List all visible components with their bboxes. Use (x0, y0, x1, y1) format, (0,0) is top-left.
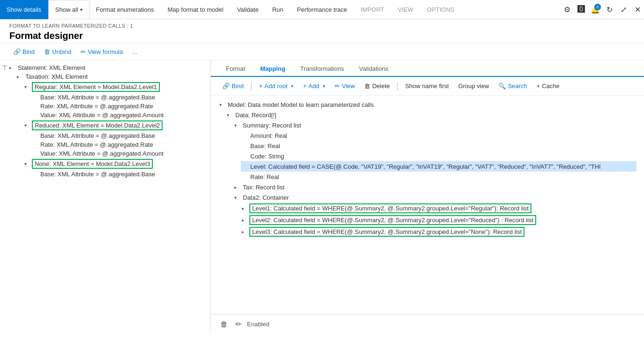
trash-icon: 🗑 (44, 48, 50, 55)
tree-label-n6: Value: XML Attribute = @.aggregated.Amou… (39, 112, 164, 119)
data-expand-d13: ▸ (242, 229, 249, 234)
tree-node-n2[interactable]: ▸Taxation: XML Element (17, 72, 209, 81)
data-node-d6[interactable]: Code: String (241, 151, 637, 161)
link-icon: 🔗 (13, 48, 21, 55)
refresh-icon[interactable]: ↻ (603, 3, 616, 16)
tabs-row: Format Mapping Transformations Validatio… (211, 60, 644, 77)
data-node-d9[interactable]: ▸Tax: Record list (233, 182, 637, 192)
tree-node-n1[interactable]: ▸Statement: XML Element (9, 63, 209, 72)
group-view-button[interactable]: Group view (455, 81, 493, 91)
tree-node-n6[interactable]: Value: XML Attribute = @.aggregated.Amou… (32, 111, 209, 120)
data-label-d13: Level3: Calculated field = WHERE(@.Summa… (249, 227, 524, 237)
status-label: Enabled (247, 321, 270, 328)
bottom-trash-icon[interactable]: 🗑 (218, 319, 230, 330)
view-tab[interactable]: VIEW (391, 0, 420, 19)
tree-node-n9[interactable]: Rate: XML Attribute = @.aggregated.Rate (32, 140, 209, 149)
page-header: FORMAT TO LEARN PARAMETERIZED CALLS : 1 … (0, 19, 644, 44)
performance-trace-tab[interactable]: Performance trace (291, 0, 354, 19)
data-node-d3[interactable]: ▾Summary: Record list (233, 120, 637, 130)
tree-label-n11: None: XML Element = Model.Data2.Level3 (32, 159, 153, 169)
cache-button[interactable]: + Cache (533, 81, 563, 91)
add-button[interactable]: + Add ▾ (299, 81, 329, 91)
tree-node-n11[interactable]: ▾None: XML Element = Model.Data2.Level3 (24, 158, 209, 170)
page-title: Format designer (9, 30, 635, 41)
data-label-d10: Data2: Container (242, 194, 289, 201)
data-node-d11[interactable]: ▸Level1: Calculated field = WHERE(@.Summ… (241, 202, 637, 214)
data-node-d5[interactable]: Base: Real (241, 141, 637, 151)
show-all-chevron: ▾ (80, 7, 82, 12)
bottom-pencil-icon[interactable]: ✏ (233, 319, 243, 330)
tab-format[interactable]: Format (218, 61, 253, 77)
view-formula-button[interactable]: ✏ View formula (77, 46, 127, 57)
data-label-d1: Model: Data model Model to learn paramet… (227, 101, 374, 108)
more-button[interactable]: ... (128, 46, 141, 57)
breadcrumb: FORMAT TO LEARN PARAMETERIZED CALLS : 1 (9, 23, 635, 29)
tab-mapping[interactable]: Mapping (253, 61, 292, 77)
tree-label-n9: Rate: XML Attribute = @.aggregated.Rate (39, 141, 153, 148)
tree-node-n5[interactable]: Rate: XML Attribute = @.aggregated.Rate (32, 102, 209, 111)
data-node-d7[interactable]: Level: Calculated field = CASE(@.Code, "… (241, 161, 637, 172)
bind-button[interactable]: 🔗 Bind (9, 46, 38, 57)
show-all-label: Show all (55, 6, 78, 13)
data-node-d8[interactable]: Rate: Real (241, 172, 637, 182)
filter-icon: ⊤ (2, 64, 7, 72)
close-icon[interactable]: ✕ (631, 3, 644, 16)
tree-label-n1: Statement: XML Element (17, 64, 85, 71)
options-tab[interactable]: OPTIONS (420, 0, 462, 19)
map-format-tab[interactable]: Map format to model (161, 0, 230, 19)
sep1: | (250, 81, 253, 91)
left-panel: ⊤ ▸Statement: XML Element▸Taxation: XML … (0, 60, 211, 334)
data-node-d13[interactable]: ▸Level3: Calculated field = WHERE(@.Summ… (241, 226, 637, 238)
right-panel: Format Mapping Transformations Validatio… (211, 60, 644, 334)
sep2: | (397, 81, 399, 91)
data-label-d11: Level1: Calculated field = WHERE(@.Summa… (249, 203, 532, 213)
tree-node-n3[interactable]: ▾Regular: XML Element = Model.Data2.Leve… (24, 81, 209, 93)
unbind-button[interactable]: 🗑 Unbind (40, 46, 75, 57)
data-label-d12: Level2: Calculated field = WHERE(@.Summa… (249, 215, 536, 225)
show-name-first-button[interactable]: Show name first (401, 81, 452, 91)
data-node-d10[interactable]: ▾Data2: Container (233, 192, 637, 202)
run-tab[interactable]: Run (266, 0, 291, 19)
add-root-button[interactable]: + Add root ▾ (255, 81, 298, 91)
validate-tab[interactable]: Validate (231, 0, 266, 19)
data-node-d12[interactable]: ▸Level2: Calculated field = WHERE(@.Summ… (241, 214, 637, 226)
tree-node-n7[interactable]: ▾Reduced: XML Element = Model.Data2.Leve… (24, 120, 209, 131)
data-expand-d3: ▾ (234, 123, 242, 128)
data-expand-d10: ▾ (234, 195, 242, 200)
show-all-tab[interactable]: Show all ▾ (48, 0, 90, 19)
data-node-d1[interactable]: ▾Model: Data model Model to learn parame… (218, 99, 637, 110)
popout-icon[interactable]: ⤢ (617, 3, 630, 16)
mapping-bind-button[interactable]: 🔗 Bind (218, 81, 247, 91)
tree-expand-n2: ▸ (17, 74, 24, 79)
data-node-d2[interactable]: ▾Data: Record[!] (226, 110, 637, 120)
notification-icon[interactable]: 🔔 0 (589, 3, 602, 16)
link-icon-mapping: 🔗 (222, 82, 230, 90)
tree-label-n8: Base: XML Attribute = @.aggregated.Base (39, 132, 155, 139)
search-button[interactable]: 🔍 Search (494, 81, 531, 91)
tree-label-n7: Reduced: XML Element = Model.Data2.Level… (32, 120, 163, 130)
tree-node-n10[interactable]: Value: XML Attribute = @.aggregated.Amou… (32, 149, 209, 158)
tree-node-n4[interactable]: Base: XML Attribute = @.aggregated.Base (32, 93, 209, 102)
delete-button[interactable]: 🗑 Delete (360, 81, 394, 91)
plus-icon-add: + (303, 82, 307, 90)
tree-node-n8[interactable]: Base: XML Attribute = @.aggregated.Base (32, 131, 209, 140)
settings-icon[interactable]: ⚙ (561, 3, 574, 16)
tree-expand-n3: ▾ (24, 84, 32, 90)
tree-node-n12[interactable]: Base: XML Attribute = @.aggregated.Base (32, 170, 209, 179)
show-details-tab[interactable]: Show details (0, 0, 48, 19)
view-button[interactable]: ✏ View (331, 81, 359, 91)
bottom-bar: 🗑 ✏ Enabled (211, 314, 644, 334)
data-label-d8: Rate: Real (249, 173, 279, 180)
data-node-d4[interactable]: Amount: Real (241, 130, 637, 141)
format-enumerations-tab[interactable]: Format enumerations (90, 0, 161, 19)
office-icon[interactable]: 🅾 (575, 3, 588, 16)
add-chevron: ▾ (323, 83, 325, 89)
tab-validations[interactable]: Validations (352, 61, 396, 77)
pencil-icon: ✏ (81, 48, 86, 55)
search-icon: 🔍 (498, 82, 506, 90)
left-toolbar: 🔗 Bind 🗑 Unbind ✏ View formula ... (0, 44, 644, 60)
import-tab[interactable]: IMPORT (354, 0, 391, 19)
data-expand-d1: ▾ (219, 102, 227, 107)
tab-transformations[interactable]: Transformations (293, 61, 352, 77)
data-label-d6: Code: String (249, 153, 284, 160)
